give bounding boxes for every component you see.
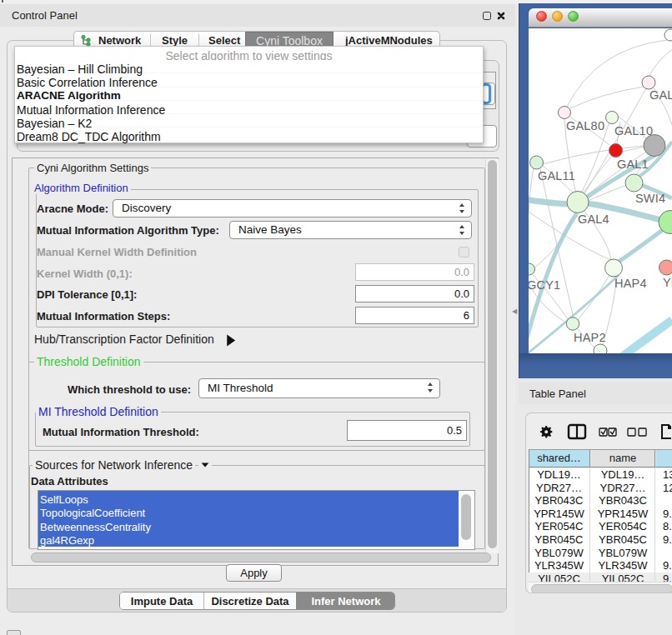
- svg-text:GCY1: GCY1: [529, 278, 560, 292]
- svg-text:HAP2: HAP2: [574, 331, 606, 344]
- svg-text:GAL1: GAL1: [617, 158, 649, 171]
- svg-text:GAL80: GAL80: [566, 119, 604, 132]
- svg-text:GAL11: GAL11: [538, 169, 575, 182]
- svg-text:GAL4: GAL4: [578, 212, 609, 226]
- svg-text:YE: YE: [663, 276, 672, 289]
- svg-text:HAP4: HAP4: [614, 277, 647, 290]
- svg-text:GAL2: GAL2: [649, 88, 672, 102]
- svg-text:SWI4: SWI4: [635, 192, 665, 205]
- svg-text:GAL10: GAL10: [614, 124, 653, 138]
